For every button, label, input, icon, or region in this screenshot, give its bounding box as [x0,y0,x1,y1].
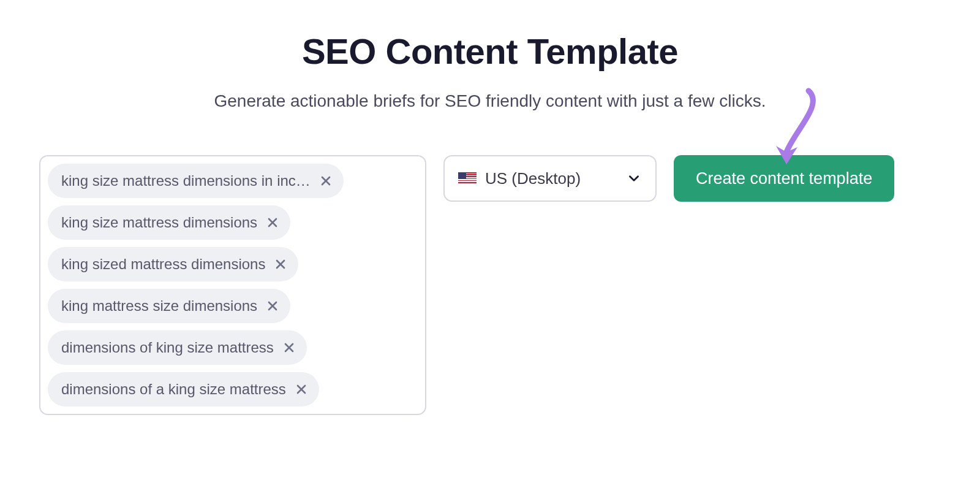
remove-keyword-icon[interactable] [266,299,279,313]
chevron-down-icon [627,172,641,185]
remove-keyword-icon[interactable] [266,216,279,229]
keyword-chip: king size mattress dimensions in inc… [48,164,344,198]
keyword-chip-label: king sized mattress dimensions [61,256,265,273]
create-content-template-button[interactable]: Create content template [674,155,894,202]
keyword-chip-label: king size mattress dimensions in inc… [61,172,311,189]
keywords-input[interactable]: king size mattress dimensions in inc… ki… [39,155,426,415]
keyword-chip: dimensions of king size mattress [48,330,307,365]
keyword-chip-label: king mattress size dimensions [61,297,257,315]
keyword-chip: dimensions of a king size mattress [48,372,319,406]
keyword-chip: king mattress size dimensions [48,289,290,323]
keyword-chip-label: king size mattress dimensions [61,214,257,231]
remove-keyword-icon[interactable] [319,174,333,188]
keyword-chip: king size mattress dimensions [48,205,290,240]
page-title: SEO Content Template [0,31,980,72]
page-subtitle: Generate actionable briefs for SEO frien… [0,91,980,111]
remove-keyword-icon[interactable] [274,258,287,271]
remove-keyword-icon[interactable] [295,383,308,396]
keyword-chip-label: dimensions of king size mattress [61,339,274,356]
region-label: US (Desktop) [485,169,581,188]
us-flag-icon [458,172,477,185]
remove-keyword-icon[interactable] [282,341,296,354]
keyword-chip-label: dimensions of a king size mattress [61,381,286,398]
region-select[interactable]: US (Desktop) [443,155,657,202]
keyword-chip: king sized mattress dimensions [48,247,298,281]
